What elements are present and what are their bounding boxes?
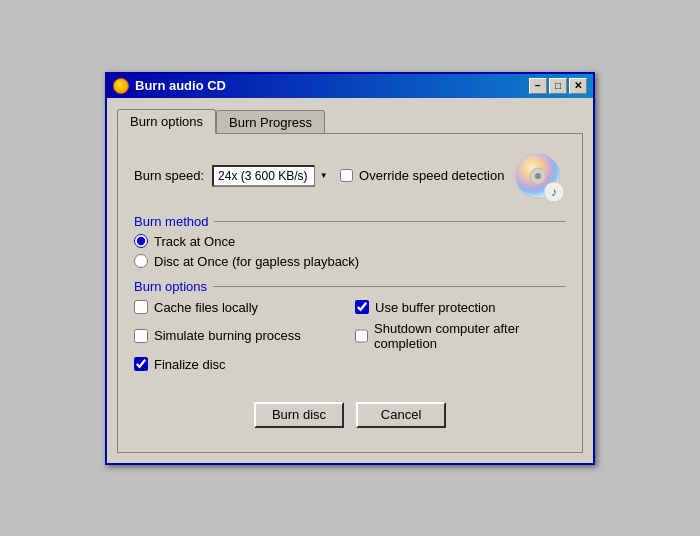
checkbox-cache-files-row: Cache files locally (134, 300, 345, 315)
title-bar-left: Burn audio CD (113, 78, 226, 94)
override-speed-label: Override speed detection (359, 168, 504, 183)
override-speed-checkbox[interactable] (340, 169, 353, 182)
checkbox-simulate-row: Simulate burning process (134, 321, 345, 351)
cancel-button[interactable]: Cancel (356, 402, 446, 428)
checkbox-finalize-row: Finalize disc (134, 357, 345, 372)
cd-icon: ♪ (510, 148, 566, 204)
title-bar: Burn audio CD − □ ✕ (107, 74, 593, 98)
shutdown-after-checkbox[interactable] (355, 329, 368, 343)
window-title: Burn audio CD (135, 78, 226, 93)
disc-at-once-label: Disc at Once (for gapless playback) (154, 254, 359, 269)
burn-speed-select[interactable]: 8x (1 200 KB/s) 16x (2 400 KB/s) 24x (3 … (212, 165, 332, 187)
window-body: Burn options Burn Progress Burn speed: 8… (107, 98, 593, 463)
cache-files-checkbox[interactable] (134, 300, 148, 314)
tab-burn-options[interactable]: Burn options (117, 109, 216, 134)
svg-point-5 (535, 173, 541, 179)
track-at-once-radio[interactable] (134, 234, 148, 248)
use-buffer-label: Use buffer protection (375, 300, 495, 315)
radio-track-at-once: Track at Once (134, 234, 566, 249)
burn-disc-button[interactable]: Burn disc (254, 402, 344, 428)
maximize-button[interactable]: □ (549, 78, 567, 94)
title-buttons: − □ ✕ (529, 78, 587, 94)
bottom-buttons: Burn disc Cancel (134, 392, 566, 436)
burn-speed-row: Burn speed: 8x (1 200 KB/s) 16x (2 400 K… (134, 148, 566, 204)
window-icon (113, 78, 129, 94)
use-buffer-checkbox[interactable] (355, 300, 369, 314)
simulate-burning-label: Simulate burning process (154, 328, 301, 343)
tabs-bar: Burn options Burn Progress (117, 108, 583, 133)
simulate-burning-checkbox[interactable] (134, 329, 148, 343)
checkbox-grid: Cache files locally Use buffer protectio… (134, 300, 566, 372)
main-window: Burn audio CD − □ ✕ Burn options Burn Pr… (105, 72, 595, 465)
tab-burn-progress[interactable]: Burn Progress (216, 110, 325, 134)
checkbox-use-buffer-row: Use buffer protection (355, 300, 566, 315)
svg-text:♪: ♪ (551, 185, 557, 199)
radio-disc-at-once: Disc at Once (for gapless playback) (134, 254, 566, 269)
cd-svg: ♪ (510, 148, 566, 204)
disc-at-once-radio[interactable] (134, 254, 148, 268)
burn-options-section-label: Burn options (134, 279, 566, 294)
close-button[interactable]: ✕ (569, 78, 587, 94)
shutdown-after-label: Shutdown computer after completion (374, 321, 566, 351)
minimize-button[interactable]: − (529, 78, 547, 94)
speed-left: Burn speed: 8x (1 200 KB/s) 16x (2 400 K… (134, 165, 504, 187)
cache-files-label: Cache files locally (154, 300, 258, 315)
burn-method-section-label: Burn method (134, 214, 566, 229)
speed-select-wrapper: 8x (1 200 KB/s) 16x (2 400 KB/s) 24x (3 … (212, 165, 332, 187)
checkbox-shutdown-row: Shutdown computer after completion (355, 321, 566, 351)
tab-content: Burn speed: 8x (1 200 KB/s) 16x (2 400 K… (117, 133, 583, 453)
finalize-disc-checkbox[interactable] (134, 357, 148, 371)
track-at-once-label: Track at Once (154, 234, 235, 249)
finalize-disc-label: Finalize disc (154, 357, 226, 372)
override-row: Override speed detection (340, 168, 504, 183)
burn-speed-label: Burn speed: (134, 168, 204, 183)
